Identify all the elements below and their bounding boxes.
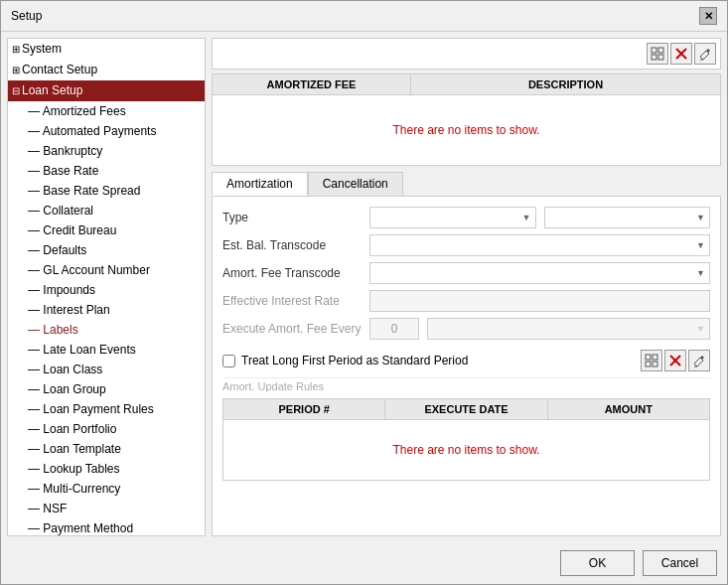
sidebar-item-credit-bureau[interactable]: — Credit Bureau bbox=[8, 220, 205, 240]
amort-fee-label: Amort. Fee Transcode bbox=[222, 266, 362, 280]
ok-button[interactable]: OK bbox=[560, 550, 635, 576]
type-dropdown-1[interactable]: ▼ bbox=[369, 207, 536, 228]
top-grid-btn[interactable] bbox=[647, 43, 668, 65]
type-dropdown-2[interactable]: ▼ bbox=[544, 207, 711, 228]
execute-amort-dropdown: ▼ bbox=[427, 318, 710, 340]
sidebar-item-loan-payment-rules[interactable]: — Loan Payment Rules bbox=[8, 399, 205, 419]
checkbox-row: Treat Long First Period as Standard Peri… bbox=[222, 354, 468, 367]
type-label: Type bbox=[222, 211, 362, 224]
sidebar-item-late-loan-events[interactable]: — Late Loan Events bbox=[8, 340, 205, 360]
tab-form-wrapper: Amortization Cancellation Type ▼ ▼ bbox=[212, 170, 721, 536]
sidebar-item-loan-class[interactable]: — Loan Class bbox=[8, 360, 205, 379]
amort-fee-row: Amort. Fee Transcode ▼ bbox=[222, 262, 710, 284]
col-period: PERIOD # bbox=[223, 399, 385, 419]
est-bal-label: Est. Bal. Transcode bbox=[222, 238, 362, 252]
eff-interest-row: Effective Interest Rate bbox=[222, 290, 710, 312]
bottom-grid-empty: There are no items to show. bbox=[223, 420, 709, 480]
long-first-period-label: Treat Long First Period as Standard Peri… bbox=[241, 354, 468, 367]
top-grid-empty: There are no items to show. bbox=[213, 95, 720, 165]
col-amortized-fee: AMORTIZED FEE bbox=[213, 74, 411, 94]
sidebar-item-base-rate-spread[interactable]: — Base Rate Spread bbox=[8, 181, 205, 201]
bottom-edit-btn[interactable] bbox=[688, 350, 710, 371]
amort-update-rules-label: Amort. Update Rules bbox=[222, 377, 710, 392]
svg-rect-8 bbox=[653, 355, 657, 360]
top-grid: AMORTIZED FEE DESCRIPTION There are no i… bbox=[212, 73, 721, 166]
sidebar-item-loan-template[interactable]: — Loan Template bbox=[8, 439, 205, 459]
tabs-area: Amortization Cancellation bbox=[212, 172, 721, 196]
execute-amort-number[interactable] bbox=[369, 318, 419, 340]
amort-fee-dropdown[interactable]: ▼ bbox=[369, 262, 710, 284]
sidebar-item-collateral[interactable]: — Collateral bbox=[8, 201, 205, 220]
sidebar-item-labels[interactable]: — Labels bbox=[8, 320, 205, 340]
est-bal-row: Est. Bal. Transcode ▼ bbox=[222, 234, 710, 256]
sidebar-item-automated-payments[interactable]: — Automated Payments bbox=[8, 121, 205, 141]
col-amount: AMOUNT bbox=[548, 399, 709, 419]
top-edit-btn[interactable] bbox=[694, 43, 716, 65]
dialog-title: Setup bbox=[11, 9, 42, 23]
svg-rect-2 bbox=[652, 55, 656, 60]
svg-rect-0 bbox=[652, 48, 656, 53]
sidebar-item-nsf[interactable]: — NSF bbox=[8, 499, 205, 518]
sidebar-item-gl-account-number[interactable]: — GL Account Number bbox=[8, 260, 205, 280]
top-delete-btn[interactable] bbox=[670, 43, 692, 65]
eff-interest-input bbox=[369, 290, 710, 312]
bottom-grid: PERIOD # EXECUTE DATE AMOUNT There are n… bbox=[222, 398, 710, 481]
sidebar-item-system[interactable]: ⊞System bbox=[8, 39, 205, 60]
title-bar: Setup ✕ bbox=[1, 1, 727, 32]
svg-rect-9 bbox=[646, 362, 651, 366]
bottom-grid-header: PERIOD # EXECUTE DATE AMOUNT bbox=[223, 399, 709, 420]
long-first-period-checkbox[interactable] bbox=[222, 355, 235, 367]
sidebar-tree: ⊞System⊞Contact Setup⊟Loan Setup— Amorti… bbox=[7, 38, 206, 536]
sidebar-item-impounds[interactable]: — Impounds bbox=[8, 280, 205, 300]
sidebar-item-loan-portfolio[interactable]: — Loan Portfolio bbox=[8, 419, 205, 439]
type-row: Type ▼ ▼ bbox=[222, 207, 710, 228]
form-panel: Type ▼ ▼ Est. Bal. Transcode ▼ bbox=[212, 196, 721, 536]
tab-amortization[interactable]: Amortization bbox=[212, 172, 308, 196]
sidebar-item-multi-currency[interactable]: — Multi-Currency bbox=[8, 479, 205, 499]
sidebar-item-loan-group[interactable]: — Loan Group bbox=[8, 379, 205, 399]
top-toolbar bbox=[212, 38, 721, 70]
cancel-button[interactable]: Cancel bbox=[643, 550, 717, 576]
col-description: DESCRIPTION bbox=[411, 74, 720, 94]
setup-dialog: Setup ✕ ⊞System⊞Contact Setup⊟Loan Setup… bbox=[0, 0, 728, 585]
sidebar-item-lookup-tables[interactable]: — Lookup Tables bbox=[8, 459, 205, 479]
sidebar-item-amortized-fees[interactable]: — Amortized Fees bbox=[8, 101, 205, 121]
svg-rect-1 bbox=[658, 48, 663, 53]
eff-interest-label: Effective Interest Rate bbox=[222, 294, 362, 308]
sidebar-item-contact-setup[interactable]: ⊞Contact Setup bbox=[8, 60, 205, 80]
sidebar-item-loan-setup[interactable]: ⊟Loan Setup bbox=[8, 80, 205, 101]
svg-rect-3 bbox=[658, 55, 663, 60]
main-panel: AMORTIZED FEE DESCRIPTION There are no i… bbox=[212, 38, 721, 536]
sidebar-item-base-rate[interactable]: — Base Rate bbox=[8, 161, 205, 181]
sidebar-item-payment-method[interactable]: — Payment Method bbox=[8, 518, 205, 536]
svg-rect-10 bbox=[653, 362, 657, 366]
execute-amort-row: Execute Amort. Fee Every ▼ bbox=[222, 318, 710, 340]
top-grid-header: AMORTIZED FEE DESCRIPTION bbox=[213, 74, 720, 95]
est-bal-dropdown[interactable]: ▼ bbox=[369, 234, 710, 256]
sidebar-item-interest-plan[interactable]: — Interest Plan bbox=[8, 300, 205, 320]
tab-cancellation[interactable]: Cancellation bbox=[308, 172, 403, 196]
bottom-delete-btn[interactable] bbox=[664, 350, 686, 371]
dialog-body: ⊞System⊞Contact Setup⊟Loan Setup— Amorti… bbox=[1, 32, 727, 542]
footer: OK Cancel bbox=[1, 542, 727, 584]
col-execute-date: EXECUTE DATE bbox=[385, 399, 547, 419]
bottom-grid-btn[interactable] bbox=[641, 350, 662, 371]
sidebar-item-defaults[interactable]: — Defaults bbox=[8, 240, 205, 260]
execute-amort-label: Execute Amort. Fee Every bbox=[222, 322, 362, 336]
close-button[interactable]: ✕ bbox=[699, 7, 717, 25]
svg-rect-7 bbox=[646, 355, 651, 360]
sidebar-item-bankruptcy[interactable]: — Bankruptcy bbox=[8, 141, 205, 161]
